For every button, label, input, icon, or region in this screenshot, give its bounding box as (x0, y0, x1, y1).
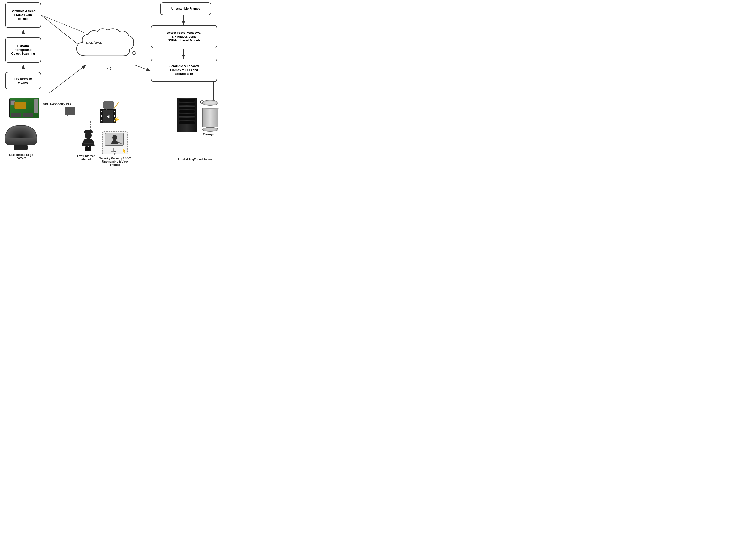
sbc-label: SBC Raspberry PI 4 (43, 102, 71, 106)
dome-top (5, 125, 37, 138)
svg-line-28 (118, 142, 122, 144)
scramble-forward-label: Scramble & ForwardFrames to SOC andStora… (169, 64, 199, 76)
svg-rect-25 (85, 146, 88, 151)
dome-mount (14, 145, 28, 150)
scramble-send-box: Scramble & Send Frames with objects (5, 2, 41, 28)
scramble-forward-box: Scramble & ForwardFrames to SOC andStora… (151, 59, 217, 82)
cyl-line-2 (203, 112, 219, 112)
rack-unit-5 (179, 114, 195, 117)
foreground-label: Perform Foreground Object Scanning (11, 44, 35, 56)
preprocess-label: Pre-process Frames (14, 77, 32, 85)
svg-line-16 (114, 102, 118, 109)
svg-line-4 (135, 65, 150, 71)
cyl-body (202, 108, 218, 127)
cyl-line-3 (203, 115, 219, 115)
detect-faces-label: Detect Faces, Windows,& Fugitives usingD… (167, 31, 201, 43)
officer-icon (80, 129, 96, 152)
message-icon-right (103, 101, 114, 109)
rack-unit-1 (179, 99, 195, 102)
preprocess-box: Pre-process Frames (5, 72, 41, 89)
svg-rect-24 (84, 143, 93, 144)
cyl-line-1 (203, 108, 219, 109)
detect-faces-box: Detect Faces, Windows,& Fugitives usingD… (151, 25, 217, 48)
cloud-svg (72, 28, 137, 65)
law-enforcer-label: Law EnforcerAlerted (73, 154, 99, 161)
raspberry-pi-board (9, 98, 39, 118)
rack-unit-3 (179, 106, 195, 109)
security-person-label: Security Person @ SOCUnscramble & ViewFr… (98, 157, 132, 167)
unscramble-box: Unscramble Frames (160, 2, 211, 15)
svg-line-3 (49, 65, 86, 93)
camera-label: Less-loaded Edge-camera (1, 153, 42, 160)
rack-unit-4 (179, 110, 195, 113)
svg-point-22 (85, 132, 92, 139)
unscramble-label: Unscramble Frames (171, 7, 200, 11)
rack-unit-7 (179, 121, 195, 124)
storage-cylinder (202, 100, 218, 130)
cyl-bottom (202, 127, 218, 132)
cloud-shape: CAN/WAN (72, 28, 137, 65)
svg-rect-26 (88, 146, 91, 151)
storage-label: Storage (203, 132, 214, 136)
svg-point-27 (112, 135, 117, 140)
camera-dome (5, 125, 37, 151)
message-icon-left (65, 107, 75, 115)
dome-bottom (5, 138, 37, 145)
fog-cloud-label: Loaded Fog/Cloud Server (173, 158, 217, 161)
svg-point-12 (108, 67, 111, 70)
diagram-container: Scramble & Send Frames with objects Perf… (0, 0, 232, 179)
lightning-bolt: ⚡ (113, 116, 121, 123)
rack-unit-6 (179, 118, 195, 120)
canwan-label: CAN/WAN (86, 41, 103, 45)
scramble-send-label: Scramble & Send Frames with objects (11, 9, 36, 21)
cyl-top (202, 100, 218, 106)
rack-unit-2 (179, 103, 195, 105)
server-rack (177, 98, 197, 132)
foreground-box: Perform Foreground Object Scanning (5, 37, 41, 63)
soc-monitor: 👆 (102, 131, 128, 154)
